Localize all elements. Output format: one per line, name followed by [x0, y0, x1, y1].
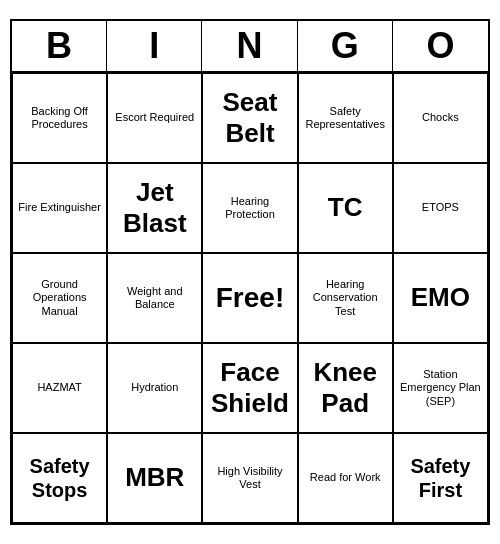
header-letter: I — [107, 21, 202, 71]
cell-text: Free! — [216, 281, 284, 315]
header-letter: G — [298, 21, 393, 71]
cell-text: MBR — [125, 462, 184, 493]
cell-text: HAZMAT — [37, 381, 81, 394]
header-letter: N — [202, 21, 297, 71]
bingo-cell: HAZMAT — [12, 343, 107, 433]
bingo-cell: ETOPS — [393, 163, 488, 253]
cell-text: Jet Blast — [112, 177, 197, 239]
cell-text: Weight and Balance — [112, 285, 197, 311]
bingo-card: BINGO Backing Off ProceduresEscort Requi… — [10, 19, 490, 525]
bingo-cell: Safety First — [393, 433, 488, 523]
bingo-cell: Seat Belt — [202, 73, 297, 163]
cell-text: Ground Operations Manual — [17, 278, 102, 318]
header-letter: O — [393, 21, 488, 71]
cell-text: Safety Stops — [17, 454, 102, 502]
bingo-cell: High Visibility Vest — [202, 433, 297, 523]
cell-text: Chocks — [422, 111, 459, 124]
cell-text: High Visibility Vest — [207, 465, 292, 491]
bingo-cell: MBR — [107, 433, 202, 523]
bingo-cell: Knee Pad — [298, 343, 393, 433]
bingo-cell: TC — [298, 163, 393, 253]
cell-text: Escort Required — [115, 111, 194, 124]
cell-text: Read for Work — [310, 471, 381, 484]
bingo-cell: Hydration — [107, 343, 202, 433]
bingo-cell: Weight and Balance — [107, 253, 202, 343]
bingo-cell: EMO — [393, 253, 488, 343]
cell-text: Backing Off Procedures — [17, 105, 102, 131]
bingo-cell: Safety Stops — [12, 433, 107, 523]
bingo-cell: Read for Work — [298, 433, 393, 523]
bingo-cell: Ground Operations Manual — [12, 253, 107, 343]
cell-text: Fire Extinguisher — [18, 201, 101, 214]
cell-text: Face Shield — [207, 357, 292, 419]
bingo-cell: Station Emergency Plan (SEP) — [393, 343, 488, 433]
bingo-cell: Hearing Conservation Test — [298, 253, 393, 343]
bingo-header: BINGO — [12, 21, 488, 73]
bingo-grid: Backing Off ProceduresEscort RequiredSea… — [12, 73, 488, 523]
cell-text: Knee Pad — [303, 357, 388, 419]
bingo-cell: Jet Blast — [107, 163, 202, 253]
cell-text: Station Emergency Plan (SEP) — [398, 368, 483, 408]
cell-text: ETOPS — [422, 201, 459, 214]
cell-text: Seat Belt — [207, 87, 292, 149]
bingo-cell: Safety Representatives — [298, 73, 393, 163]
bingo-cell: Escort Required — [107, 73, 202, 163]
cell-text: Safety Representatives — [303, 105, 388, 131]
cell-text: Safety First — [398, 454, 483, 502]
bingo-cell: Face Shield — [202, 343, 297, 433]
bingo-cell: Fire Extinguisher — [12, 163, 107, 253]
bingo-cell: Hearing Protection — [202, 163, 297, 253]
bingo-cell: Chocks — [393, 73, 488, 163]
bingo-cell: Backing Off Procedures — [12, 73, 107, 163]
cell-text: Hearing Conservation Test — [303, 278, 388, 318]
cell-text: Hydration — [131, 381, 178, 394]
cell-text: TC — [328, 192, 363, 223]
header-letter: B — [12, 21, 107, 71]
bingo-cell: Free! — [202, 253, 297, 343]
cell-text: Hearing Protection — [207, 195, 292, 221]
cell-text: EMO — [411, 282, 470, 313]
